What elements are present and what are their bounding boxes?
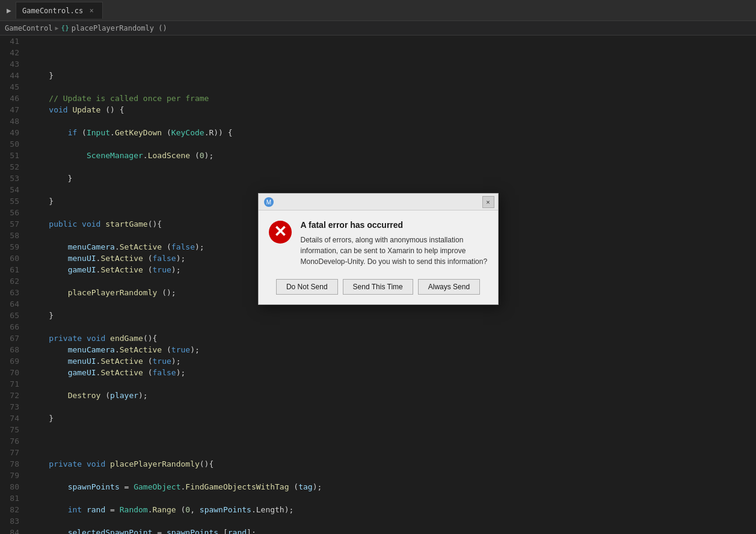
tab-label: GameControl.cs	[22, 7, 83, 15]
breadcrumb-method-icon: {}	[61, 24, 69, 32]
dialog-text-area: A fatal error has occurred Details of er…	[301, 220, 488, 267]
tab-close-button[interactable]: ×	[87, 6, 96, 16]
svg-text:M: M	[266, 199, 271, 206]
always-send-button[interactable]: Always Send	[418, 279, 480, 295]
breadcrumb: GameControl ▶ {} placePlayerRandomly ()	[0, 21, 756, 35]
breadcrumb-class: GameControl	[5, 24, 52, 32]
tab-bar: ▶ GameControl.cs ×	[0, 0, 756, 21]
send-this-time-button[interactable]: Send This Time	[343, 279, 413, 295]
tab-nav-button[interactable]: ▶	[2, 4, 16, 17]
dialog-title-icon: M	[263, 197, 274, 207]
dialog-body: ✕ A fatal error has occurred Details of …	[259, 210, 498, 274]
dialog-buttons: Do Not Send Send This Time Always Send	[259, 274, 498, 304]
tab-gamecontrol[interactable]: GameControl.cs ×	[16, 2, 103, 19]
svg-text:✕: ✕	[274, 223, 287, 241]
line-numbers: 41 42 43 44 45 46 47 48 49 50 51 52 53 5…	[0, 35, 24, 534]
dialog-heading: A fatal error has occurred	[301, 220, 488, 230]
error-dialog: M × ✕ A fatal error has occurred Details…	[258, 193, 499, 305]
breadcrumb-arrow: ▶	[55, 25, 58, 31]
dialog-close-button[interactable]: ×	[482, 196, 494, 208]
breadcrumb-method: placePlayerRandomly ()	[72, 24, 167, 32]
do-not-send-button[interactable]: Do Not Send	[276, 279, 338, 295]
dialog-titlebar: M ×	[259, 194, 498, 210]
dialog-message: Details of errors, along with anonymous …	[301, 235, 488, 267]
error-icon: ✕	[268, 220, 292, 244]
